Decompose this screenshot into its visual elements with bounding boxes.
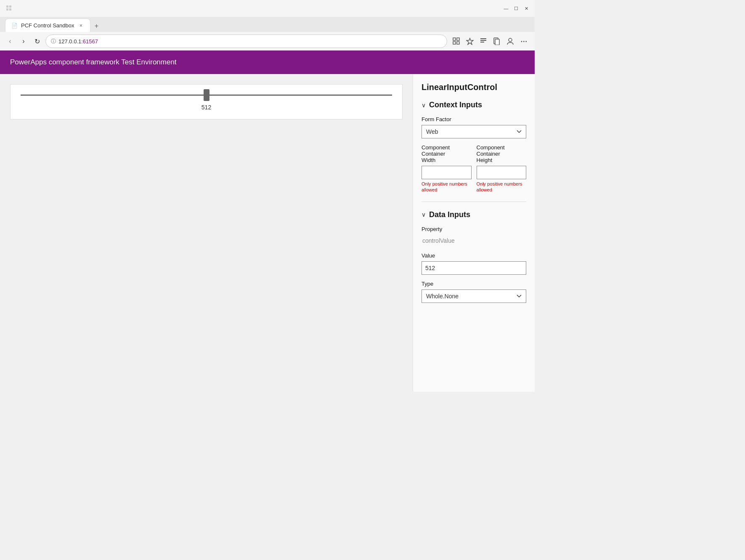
property-field-group: Property controlValue — [422, 226, 526, 247]
svg-rect-3 — [9, 8, 11, 11]
url-bar[interactable]: ⓘ 127.0.0.1:61567 — [45, 35, 447, 48]
main-layout: 512 LinearInputControl ∨ Context Inputs … — [0, 74, 535, 392]
reading-list-button[interactable] — [477, 35, 489, 47]
height-input[interactable] — [477, 166, 527, 179]
control-area: 512 — [0, 74, 413, 392]
new-tab-button[interactable]: + — [90, 20, 102, 32]
svg-rect-7 — [457, 42, 459, 44]
menu-button[interactable]: ⋯ — [518, 35, 530, 47]
width-error: Only positive numbers allowed — [422, 181, 472, 193]
slider-container: 512 — [10, 84, 403, 119]
tab-favicon-icon: 📄 — [11, 23, 18, 29]
data-inputs-header[interactable]: ∨ Data Inputs — [422, 210, 526, 219]
context-inputs-title: Context Inputs — [429, 101, 482, 109]
favorites-button[interactable] — [464, 35, 476, 47]
browser-chrome: — ☐ ✕ 📄 PCF Control Sandbox × + ‹ › ↻ ⓘ … — [0, 0, 535, 50]
profile-button[interactable] — [504, 35, 516, 47]
slider-value: 512 — [21, 104, 392, 111]
top-banner: PowerApps component framework Test Envir… — [0, 50, 535, 74]
tab-label: PCF Control Sandbox — [21, 22, 74, 29]
svg-rect-5 — [457, 38, 459, 40]
context-chevron-icon: ∨ — [422, 102, 426, 109]
svg-rect-11 — [480, 42, 484, 42]
svg-rect-1 — [9, 5, 11, 8]
url-text: 127.0.0.1:61567 — [58, 38, 98, 45]
back-button[interactable]: ‹ — [5, 36, 15, 46]
value-input[interactable] — [422, 261, 526, 275]
context-inputs-header[interactable]: ∨ Context Inputs — [422, 101, 526, 109]
window-control-grid[interactable] — [5, 4, 13, 13]
height-label: ComponentContainerHeight — [477, 144, 527, 163]
panel-title: LinearInputControl — [422, 82, 526, 92]
svg-rect-10 — [480, 40, 486, 41]
close-window-button[interactable]: ✕ — [523, 5, 530, 12]
width-input[interactable] — [422, 166, 472, 179]
svg-rect-4 — [453, 38, 456, 40]
data-chevron-icon: ∨ — [422, 211, 426, 218]
slider-track — [21, 95, 392, 96]
property-value: controlValue — [422, 235, 526, 247]
reload-button[interactable]: ↻ — [32, 36, 42, 46]
height-error: Only positive numbers allowed — [477, 181, 527, 193]
tab-close-button[interactable]: × — [77, 22, 84, 29]
slider-track-wrapper — [21, 91, 392, 99]
svg-rect-2 — [6, 8, 8, 11]
section-divider — [422, 202, 526, 202]
right-panel: LinearInputControl ∨ Context Inputs Form… — [413, 74, 535, 392]
type-label: Type — [422, 281, 526, 287]
svg-rect-6 — [453, 42, 456, 44]
property-label: Property — [422, 226, 526, 232]
maximize-button[interactable]: ☐ — [513, 5, 520, 12]
svg-marker-8 — [467, 38, 473, 45]
form-factor-group: Form Factor Web Mobile Tablet — [422, 116, 526, 138]
banner-text: PowerApps component framework Test Envir… — [10, 58, 177, 66]
svg-point-14 — [509, 38, 512, 42]
svg-rect-9 — [480, 38, 486, 39]
title-bar: — ☐ ✕ — [0, 0, 535, 17]
svg-rect-13 — [495, 39, 499, 45]
data-inputs-title: Data Inputs — [429, 210, 470, 219]
width-field-group: ComponentContainerWidth Only positive nu… — [422, 144, 472, 193]
security-icon: ⓘ — [51, 38, 56, 45]
width-label: ComponentContainerWidth — [422, 144, 472, 163]
value-label: Value — [422, 252, 526, 259]
container-dimensions: ComponentContainerWidth Only positive nu… — [422, 144, 526, 193]
form-factor-label: Form Factor — [422, 116, 526, 122]
slider-thumb[interactable] — [204, 89, 209, 101]
forward-button[interactable]: › — [19, 36, 29, 46]
form-factor-select[interactable]: Web Mobile Tablet — [422, 125, 526, 138]
tab-grid-button[interactable] — [451, 35, 462, 47]
value-field-group: Value — [422, 252, 526, 275]
browser-actions: ⋯ — [451, 35, 530, 47]
active-tab[interactable]: 📄 PCF Control Sandbox × — [5, 19, 90, 32]
tab-bar: 📄 PCF Control Sandbox × + — [0, 17, 535, 32]
svg-rect-0 — [6, 5, 8, 8]
address-bar: ‹ › ↻ ⓘ 127.0.0.1:61567 ⋯ — [0, 32, 535, 50]
type-select[interactable]: Whole.None Whole.Duration Whole.Language — [422, 289, 526, 303]
minimize-button[interactable]: — — [503, 5, 509, 12]
height-field-group: ComponentContainerHeight Only positive n… — [477, 144, 527, 193]
collections-button[interactable] — [491, 35, 503, 47]
type-field-group: Type Whole.None Whole.Duration Whole.Lan… — [422, 281, 526, 303]
